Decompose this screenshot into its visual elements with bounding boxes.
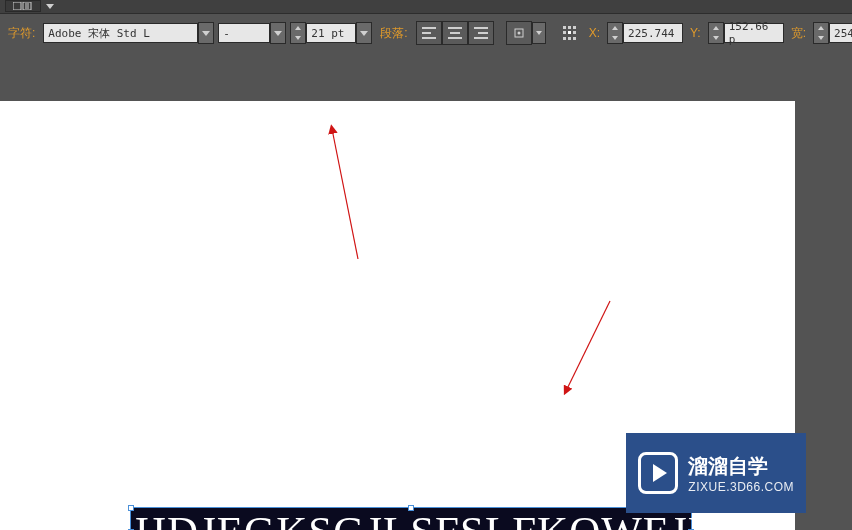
distribute-field[interactable] <box>506 22 546 44</box>
y-label: Y: <box>687 26 704 40</box>
font-size-stepper[interactable] <box>290 22 306 44</box>
top-strip <box>0 0 852 13</box>
distribute-icon[interactable] <box>506 21 532 45</box>
svg-rect-0 <box>13 2 21 10</box>
text-frame[interactable]: HDJEGKSGJLSFSLFKOWEJF <box>130 507 692 530</box>
selection-handle[interactable] <box>408 505 414 511</box>
align-center-button[interactable] <box>442 21 468 45</box>
font-size-field[interactable]: 21 pt <box>290 22 372 44</box>
x-stepper[interactable] <box>607 22 623 44</box>
x-field[interactable]: 225.744 <box>607 22 683 44</box>
reference-point-icon[interactable] <box>558 22 582 44</box>
distribute-dropdown-icon[interactable] <box>532 22 546 44</box>
w-label: 宽: <box>788 25 809 42</box>
workspace: HDJEGKSGJLSFSLFKOWEJF 溜溜自学 ZIXUE.3D66.CO… <box>0 52 852 530</box>
watermark: 溜溜自学 ZIXUE.3D66.COM <box>626 433 806 513</box>
font-size-input[interactable]: 21 pt <box>306 23 356 43</box>
x-input[interactable]: 225.744 <box>623 23 683 43</box>
font-family-field[interactable]: Adobe 宋体 Std L <box>43 22 214 44</box>
svg-point-6 <box>517 32 520 35</box>
annotation-arrow-icon <box>320 119 370 269</box>
y-stepper[interactable] <box>708 22 724 44</box>
svg-line-8 <box>566 301 610 391</box>
align-left-button[interactable] <box>416 21 442 45</box>
font-style-field[interactable]: - <box>218 22 286 44</box>
x-label: X: <box>586 26 603 40</box>
annotation-arrow-icon <box>552 296 622 406</box>
layout-dropdown-icon[interactable] <box>45 1 55 11</box>
y-field[interactable]: 152.66 p <box>708 22 784 44</box>
w-field[interactable]: 254.264 <box>813 22 852 44</box>
character-label: 字符: <box>4 25 39 42</box>
font-style-dropdown-icon[interactable] <box>270 22 286 44</box>
font-size-dropdown-icon[interactable] <box>356 22 372 44</box>
font-style-input[interactable]: - <box>218 23 270 43</box>
paragraph-label: 段落: <box>376 25 411 42</box>
options-bar: 字符: Adobe 宋体 Std L - 21 pt 段落: <box>0 13 852 53</box>
align-right-button[interactable] <box>468 21 494 45</box>
font-family-dropdown-icon[interactable] <box>198 22 214 44</box>
selection-handle[interactable] <box>128 505 134 511</box>
svg-line-7 <box>332 129 358 259</box>
watermark-title: 溜溜自学 <box>688 453 794 480</box>
font-family-input[interactable]: Adobe 宋体 Std L <box>43 23 198 43</box>
w-stepper[interactable] <box>813 22 829 44</box>
y-input[interactable]: 152.66 p <box>724 23 784 43</box>
watermark-url: ZIXUE.3D66.COM <box>688 480 794 494</box>
play-icon <box>638 452 678 494</box>
layout-picker-button[interactable] <box>5 0 41 12</box>
w-input[interactable]: 254.264 <box>829 23 852 43</box>
align-group <box>416 21 494 45</box>
reference-point-field[interactable] <box>558 22 582 44</box>
